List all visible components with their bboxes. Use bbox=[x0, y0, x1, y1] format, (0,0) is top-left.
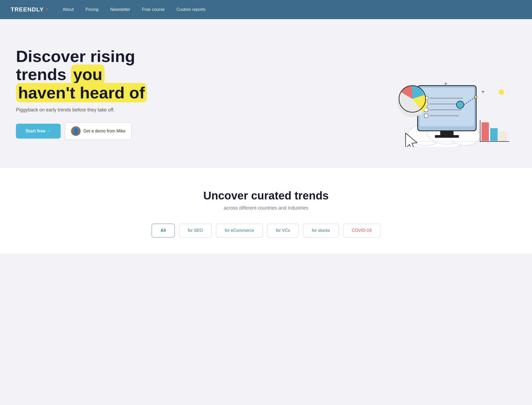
svg-point-19 bbox=[474, 96, 477, 98]
nav-link-free-course[interactable]: Free course bbox=[136, 7, 171, 12]
svg-rect-7 bbox=[440, 131, 454, 136]
navbar: TREENDLY ↗ About Pricing Newsletter Free… bbox=[0, 0, 532, 19]
tab-ecommerce[interactable]: for eCommerce bbox=[216, 224, 263, 237]
nav-link-about[interactable]: About bbox=[57, 7, 80, 12]
nav-link-newsletter[interactable]: Newsletter bbox=[104, 7, 136, 12]
hero-subtitle: Piggyback on early trends before they ta… bbox=[16, 107, 147, 113]
illustration-svg: + + + bbox=[383, 40, 511, 147]
trends-section: Uncover curated trends across different … bbox=[0, 168, 532, 253]
svg-point-17 bbox=[456, 101, 464, 108]
svg-rect-6 bbox=[420, 88, 474, 126]
hero-buttons: Start free → 👤 Get a demo from Mike bbox=[16, 122, 147, 140]
tab-all[interactable]: All bbox=[152, 224, 174, 237]
demo-label: Get a demo from Mike bbox=[83, 129, 125, 133]
logo[interactable]: TREENDLY ↗ bbox=[11, 6, 49, 13]
svg-rect-22 bbox=[499, 132, 506, 141]
nav-link-pricing[interactable]: Pricing bbox=[80, 7, 104, 12]
avatar: 👤 bbox=[71, 126, 81, 136]
get-demo-button[interactable]: 👤 Get a demo from Mike bbox=[65, 122, 131, 140]
svg-rect-15 bbox=[424, 114, 428, 118]
nav-link-custom-reports[interactable]: Custom reports bbox=[171, 7, 211, 12]
section2-subtitle: across different countries and industrie… bbox=[11, 205, 521, 211]
svg-text:+: + bbox=[481, 89, 485, 95]
hero-title-highlight: you bbox=[71, 65, 105, 84]
hero-illustration: + + + bbox=[383, 40, 511, 147]
tab-vcs[interactable]: for VCs bbox=[267, 224, 299, 237]
category-tabs: All for SEO for eCommerce for VCs for st… bbox=[11, 224, 521, 237]
hero-content: Discover rising trends you haven't heard… bbox=[16, 47, 147, 140]
svg-rect-8 bbox=[435, 135, 459, 138]
svg-point-34 bbox=[499, 90, 504, 95]
svg-text:+: + bbox=[444, 81, 447, 87]
logo-text: TREENDLY bbox=[11, 6, 44, 13]
hero-section: Discover rising trends you haven't heard… bbox=[0, 19, 532, 168]
svg-rect-21 bbox=[490, 128, 498, 141]
hero-title-line3: haven't heard of bbox=[16, 83, 147, 102]
hero-title-line1: Discover rising bbox=[16, 47, 135, 65]
svg-rect-20 bbox=[481, 122, 489, 141]
logo-arrow-icon: ↗ bbox=[44, 6, 49, 13]
start-free-button[interactable]: Start free → bbox=[16, 124, 61, 139]
tab-stocks[interactable]: for stocks bbox=[303, 224, 339, 237]
tab-covid[interactable]: COVID-19 bbox=[343, 224, 380, 237]
hero-title-line2: trends bbox=[16, 65, 66, 83]
section2-title: Uncover curated trends bbox=[11, 189, 521, 202]
tab-seo[interactable]: for SEO bbox=[179, 224, 212, 237]
hero-title: Discover rising trends you haven't heard… bbox=[16, 47, 147, 102]
